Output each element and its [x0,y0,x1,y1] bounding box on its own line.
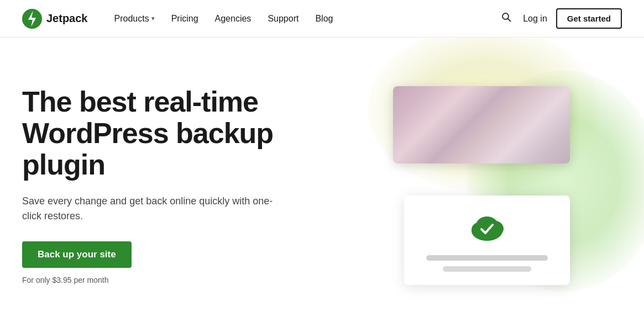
jetpack-logo-icon [22,9,42,29]
hero-section: The best real-time WordPress backup plug… [0,38,644,322]
hero-subtitle: Save every change and get back online qu… [22,194,287,224]
hero-visual [352,86,622,285]
cta-button[interactable]: Back up your site [22,241,132,268]
nav-agencies[interactable]: Agencies [208,10,258,27]
cloud-check-icon [467,211,507,244]
mockup-image-gradient [393,86,570,163]
nav-pricing[interactable]: Pricing [165,10,205,27]
svg-line-3 [508,19,511,22]
get-started-button[interactable]: Get started [556,8,622,29]
navbar: Jetpack Products ▾ Pricing Agencies Supp… [0,0,644,38]
nav-support[interactable]: Support [261,10,305,27]
logo[interactable]: Jetpack [22,9,88,29]
mockup-line-2 [443,266,531,272]
login-link[interactable]: Log in [523,14,547,24]
mockup-info-card [404,196,570,285]
mockup-container [393,86,581,285]
logo-text: Jetpack [46,12,88,25]
nav-products[interactable]: Products ▾ [108,10,161,27]
mockup-image-card [393,86,570,163]
hero-title: The best real-time WordPress backup plug… [22,86,352,181]
nav-links: Products ▾ Pricing Agencies Support Blog [108,10,499,27]
price-note: For only $3.95 per month [22,276,352,284]
nav-blog[interactable]: Blog [308,10,339,27]
mockup-line-1 [426,255,548,261]
hero-content: The best real-time WordPress backup plug… [22,86,352,285]
search-icon[interactable] [499,9,514,28]
products-chevron-icon: ▾ [151,15,155,22]
nav-right: Log in Get started [499,8,622,29]
